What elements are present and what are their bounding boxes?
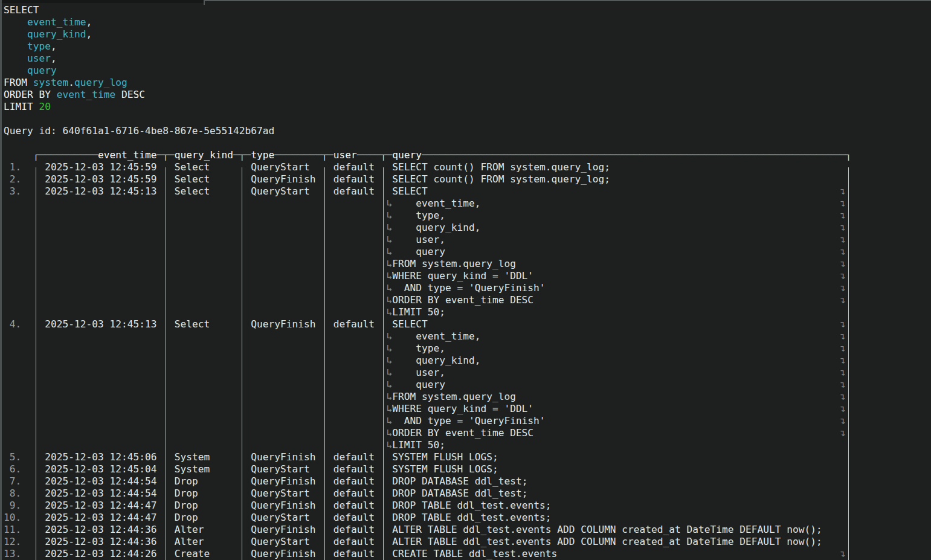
cell-query: query_kind, (392, 222, 840, 233)
table-header-line: ┌──────────event_time─┬─query_kind─┬─typ… (4, 149, 931, 161)
result-row-line: ↳WHERE query_kind = 'DDL' ↴ (4, 270, 931, 282)
query-id-line: Query id: 640f61a1-6716-4be8-867e-5e5514… (4, 125, 931, 137)
window-top-edge (2, 0, 204, 3)
cell-query: user, (392, 234, 840, 245)
cell-query: SYSTEM FLUSH LOGS; (392, 463, 840, 475)
row-number: 8. (4, 488, 33, 499)
line-feed-icon: ↴ (840, 198, 846, 210)
cell-type: QueryStart (245, 488, 322, 499)
line-continuation-icon: ↳ (386, 222, 392, 234)
cell-query: SELECT count() FROM system.query_log; (392, 161, 840, 173)
background-window-top-line (204, 0, 931, 1)
cell-type: QueryStart (245, 512, 322, 523)
result-row-line: 4. 2025-12-03 12:45:13 Select QueryFinis… (4, 318, 931, 330)
result-row-line: ↳ query ↴ (4, 379, 931, 391)
row-number-spacer (4, 427, 33, 439)
cell-query: LIMIT 50; (392, 439, 840, 451)
cell-event-time: 2025-12-03 12:45:13 (39, 185, 163, 197)
column-header-type: type (251, 149, 274, 161)
line-feed-icon: ↴ (840, 367, 846, 379)
line-continuation-icon: ↳ (386, 282, 392, 294)
cell-type: QueryStart (245, 536, 322, 547)
row-number-spacer (4, 379, 33, 390)
row-number-spacer (4, 355, 33, 366)
row-number-spacer (4, 246, 33, 257)
table-border-vertical (166, 167, 166, 560)
row-number: 12. (4, 536, 33, 547)
cell-query: DROP TABLE ddl_test.events; (392, 500, 840, 511)
line-feed-icon: ↴ (840, 282, 846, 294)
line-feed-icon: ↴ (840, 185, 846, 198)
cell-event-time: 2025-12-03 12:45:59 (39, 161, 163, 173)
row-number-spacer (4, 391, 33, 402)
result-row-line: ↳LIMIT 50; (4, 439, 931, 451)
result-row-line: ↳ query_kind, ↴ (4, 355, 931, 367)
line-continuation-icon: ↳ (386, 294, 392, 306)
line-continuation-icon: ↳ (386, 391, 392, 403)
column-header-query: query (392, 149, 422, 161)
sql-editor-line: ORDER BY event_time DESC (4, 89, 931, 101)
cell-query: ALTER TABLE ddl_test.events ADD COLUMN c… (392, 524, 840, 535)
cell-query: FROM system.query_log (392, 391, 840, 402)
line-feed-icon: ↴ (840, 355, 846, 367)
cell-user: default (327, 500, 381, 511)
result-row-line: 12. 2025-12-03 12:44:36 Alter QueryStart… (4, 536, 931, 548)
result-row-line: 6. 2025-12-03 12:45:04 System QueryStart… (4, 463, 931, 475)
row-number: 13. (4, 548, 33, 559)
cell-user: default (327, 185, 381, 197)
result-row-line: ↳ query ↴ (4, 246, 931, 258)
sql-identifier: type (27, 40, 51, 52)
row-number: 1. (4, 161, 33, 173)
cell-type: QueryFinish (245, 548, 322, 559)
cell-user: default (327, 488, 381, 499)
row-number-spacer (4, 343, 33, 354)
result-row-line: 1. 2025-12-03 12:45:59 Select QueryStart… (4, 161, 931, 173)
row-number: 4. (4, 318, 33, 330)
cell-query: query (392, 246, 840, 257)
line-continuation-icon: ↳ (386, 198, 392, 210)
blank-line (4, 113, 931, 125)
line-feed-icon: ↴ (840, 548, 846, 560)
line-feed-icon: ↴ (840, 403, 846, 415)
cell-user: default (327, 512, 381, 523)
result-row-line: 13. 2025-12-03 12:44:26 Create QueryFini… (4, 548, 931, 560)
sql-editor-line: type, (4, 40, 931, 53)
cell-query-kind: Drop (169, 500, 239, 511)
cell-query: SELECT (392, 185, 840, 197)
cell-query: SELECT (392, 318, 840, 330)
cell-type: QueryFinish (245, 173, 322, 185)
cell-query-kind: Select (169, 173, 239, 185)
line-continuation-icon: ↳ (386, 415, 392, 427)
result-row-line: 2. 2025-12-03 12:45:59 Select QueryFinis… (4, 173, 931, 185)
terminal-screen[interactable]: SELECT event_time, query_kind, type, use… (0, 0, 931, 560)
cell-event-time: 2025-12-03 12:45:59 (39, 173, 163, 185)
line-feed-icon: ↴ (840, 258, 846, 270)
background-window-corner (204, 0, 205, 5)
line-feed-icon: ↴ (840, 222, 846, 234)
cell-event-time: 2025-12-03 12:44:36 (39, 536, 163, 547)
line-feed-icon: ↴ (840, 210, 846, 222)
cell-query: query_kind, (392, 355, 840, 366)
cell-query: type, (392, 210, 840, 221)
result-row-line: ↳ type, ↴ (4, 343, 931, 355)
cell-type: QueryStart (245, 161, 322, 173)
row-number-spacer (4, 439, 33, 451)
line-continuation-icon: ↳ (386, 246, 392, 258)
cell-event-time: 2025-12-03 12:45:13 (39, 318, 163, 330)
row-number: 2. (4, 173, 33, 185)
line-continuation-icon: ↳ (386, 270, 392, 282)
row-number-spacer (4, 415, 33, 426)
cell-query: type, (392, 343, 840, 354)
sql-editor-line: SELECT (4, 4, 931, 16)
cell-query: ORDER BY event_time DESC (392, 427, 840, 439)
cell-user: default (327, 524, 381, 535)
sql-editor-line: LIMIT 20 (4, 101, 931, 113)
table-border-vertical (36, 167, 36, 560)
cell-query-kind: Alter (169, 536, 239, 547)
sql-keyword: SELECT (4, 4, 39, 16)
cell-query: ALTER TABLE ddl_test.events ADD COLUMN c… (392, 536, 840, 547)
result-row-line: 10. 2025-12-03 12:44:47 Drop QueryStart … (4, 512, 931, 524)
result-row-line: ↳ user, ↴ (4, 234, 931, 246)
cell-type: QueryFinish (245, 524, 322, 535)
result-row-line: ↳ query_kind, ↴ (4, 222, 931, 234)
